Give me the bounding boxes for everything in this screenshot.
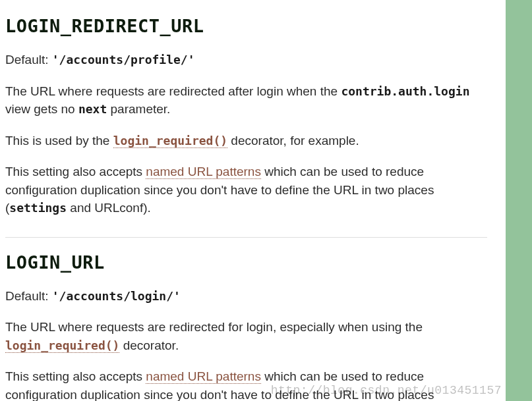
text: This is used by the <box>5 134 113 147</box>
para-login-desc: The URL where requests are redirected fo… <box>5 318 487 354</box>
right-rail <box>506 0 532 401</box>
code-login-required: login_required() <box>113 134 227 148</box>
text: This setting also accepts <box>5 369 146 383</box>
default-line-1: Default: '/accounts/profile/' <box>5 51 487 69</box>
code-settings: settings <box>9 201 67 215</box>
link-login-required[interactable]: login_required() <box>113 134 227 148</box>
text: parameter. <box>107 102 170 116</box>
text: The URL where requests are redirected fo… <box>5 320 423 334</box>
heading-login-redirect-url: LOGIN_REDIRECT_URL <box>5 16 487 36</box>
text: and URLconf). <box>67 201 151 215</box>
default-line-2: Default: '/accounts/login/' <box>5 287 487 306</box>
link-login-required[interactable]: login_required() <box>5 338 119 353</box>
default-value: '/accounts/login/' <box>52 289 181 303</box>
section-divider <box>5 237 487 238</box>
para-used-by: This is used by the login_required() dec… <box>5 132 487 150</box>
code-login-required: login_required() <box>5 338 119 353</box>
para-named-url-1: This setting also accepts named URL patt… <box>5 163 487 217</box>
code-contrib-auth-login: contrib.auth.login <box>341 84 469 98</box>
heading-login-url: LOGIN_URL <box>5 252 487 273</box>
text: This setting also accepts <box>5 165 146 178</box>
para-redirect-desc: The URL where requests are redirected af… <box>5 82 487 119</box>
default-label: Default: <box>5 53 52 67</box>
doc-content: LOGIN_REDIRECT_URL Default: '/accounts/p… <box>0 0 500 401</box>
text: The URL where requests are redirected af… <box>5 84 341 98</box>
default-label: Default: <box>5 289 52 303</box>
link-named-url-patterns[interactable]: named URL patterns <box>146 165 261 179</box>
text: decorator. <box>119 338 179 352</box>
default-value: '/accounts/profile/' <box>52 53 195 67</box>
link-named-url-patterns[interactable]: named URL patterns <box>146 369 261 384</box>
code-next: next <box>78 102 107 116</box>
text: decorator, for example. <box>227 134 359 147</box>
para-named-url-2: This setting also accepts named URL patt… <box>5 367 487 401</box>
text: view gets no <box>5 102 78 116</box>
